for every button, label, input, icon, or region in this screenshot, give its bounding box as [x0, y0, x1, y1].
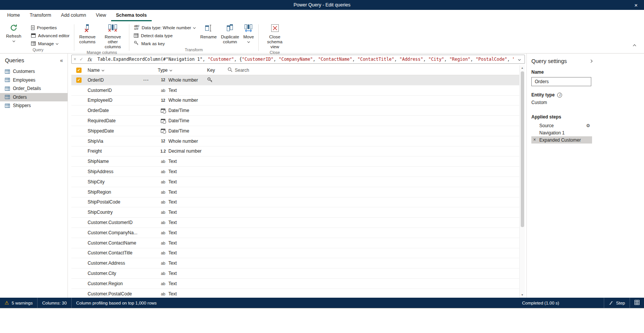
expand-formula-bar-button[interactable] [514, 58, 525, 60]
key-icon [206, 77, 228, 83]
row-checkbox[interactable]: ✓ [76, 77, 82, 83]
schema-row-orderid[interactable]: ✓OrderID···12Whole number [71, 75, 519, 85]
info-icon[interactable]: i [557, 93, 562, 98]
delete-step-icon[interactable]: × [533, 136, 536, 144]
scroll-up-icon[interactable]: ▲ [521, 65, 524, 71]
type-ab-icon: ab [158, 241, 168, 245]
select-all-checkbox[interactable]: ✓ [76, 68, 82, 73]
mark-as-key-label: Mark as key [141, 41, 165, 46]
tab-schema-tools[interactable]: Schema tools [111, 10, 152, 21]
warning-icon: ⚠ [5, 300, 9, 306]
profiling-status[interactable]: Column profiling based on top 1,000 rows [72, 298, 161, 308]
schema-row-customerid[interactable]: CustomerIDabText [71, 85, 519, 96]
query-name-input[interactable] [531, 77, 591, 86]
duplicate-column-button[interactable]: Duplicate column [219, 22, 241, 45]
schema-row-shipcity[interactable]: ShipCityabText [71, 177, 519, 187]
applied-step-navigation-1[interactable]: Navigation 1 [531, 129, 592, 136]
tab-home[interactable]: Home [2, 10, 25, 21]
remove-columns-button[interactable]: Remove columns [76, 22, 98, 45]
queries-panel: Queries « CustomersEmployeesOrder_Detail… [0, 54, 68, 298]
query-item-shippers[interactable]: Shippers [0, 101, 68, 110]
detect-data-type-button[interactable]: Detect data type [131, 32, 198, 39]
vertical-scrollbar[interactable]: ▲ ▼ [519, 65, 525, 298]
advanced-editor-button[interactable]: Advanced editor [28, 32, 72, 39]
scrollbar-thumb[interactable] [521, 71, 524, 227]
schema-row-shippostalcode[interactable]: ShipPostalCodeabText [71, 197, 519, 208]
collapse-queries-icon[interactable]: « [60, 58, 63, 63]
query-label: Employees [13, 77, 35, 83]
search-input[interactable]: Search [228, 67, 519, 73]
completed-status: Completed (1.00 s) [518, 298, 564, 308]
schema-row-requireddate[interactable]: RequiredDateDate/Time [71, 116, 519, 126]
header-name-label: Name [88, 68, 100, 73]
schema-row-freight[interactable]: Freight1.2Decimal number [71, 147, 519, 157]
remove-other-columns-label: Remove other columns [101, 35, 125, 49]
remove-other-columns-button[interactable]: Remove other columns [98, 22, 127, 50]
formula-accept-icon[interactable]: ✓ [78, 57, 85, 62]
close-schema-view-icon [271, 24, 279, 33]
query-item-order-details[interactable]: Order_Details [0, 84, 68, 93]
query-settings-title: Query settings [531, 58, 567, 64]
collapse-settings-icon[interactable] [589, 60, 592, 63]
query-item-employees[interactable]: Employees [0, 76, 68, 85]
schema-row-customer-region[interactable]: Customer.RegionabText [71, 279, 519, 289]
schema-row-shippeddate[interactable]: ShippedDateDate/Time [71, 126, 519, 136]
close-window-icon[interactable]: × [628, 0, 644, 10]
schema-row-shipcountry[interactable]: ShipCountryabText [71, 207, 519, 218]
schema-row-customer-contacttitle[interactable]: Customer.ContactTitleabText [71, 248, 519, 259]
tab-add-column[interactable]: Add column [56, 10, 91, 21]
applied-steps-label: Applied steps [531, 114, 592, 120]
applied-step-source[interactable]: Source⚙ [531, 122, 592, 129]
move-button[interactable]: Move [241, 22, 256, 43]
schema-row-customer-city[interactable]: Customer.CityabText [71, 268, 519, 279]
detect-data-type-label: Detect data type [141, 33, 173, 38]
mark-as-key-button[interactable]: Mark as key [131, 39, 198, 47]
properties-button[interactable]: Properties [28, 24, 72, 32]
ribbon-group-manage-columns: Remove columns Remove other columns Mana… [76, 22, 127, 53]
formula-cancel-icon[interactable]: × [72, 57, 78, 62]
schema-row-shipregion[interactable]: ShipRegionabText [71, 187, 519, 197]
schema-row-shipvia[interactable]: ShipVia12Whole number [71, 136, 519, 147]
formula-text[interactable]: Table.ExpandRecordColumn(#"Navigation 1"… [94, 57, 514, 62]
collapse-ribbon-button[interactable] [632, 40, 637, 50]
header-type[interactable]: Type [158, 68, 206, 73]
step-label: Source [539, 123, 554, 128]
row-more-options-icon[interactable]: ··· [143, 77, 158, 83]
tab-view[interactable]: View [91, 10, 111, 21]
column-name: RequiredDate [88, 118, 143, 123]
schema-row-shipname[interactable]: ShipNameabText [71, 156, 519, 167]
scroll-down-icon[interactable]: ▼ [521, 292, 524, 298]
table-icon [5, 95, 10, 99]
close-schema-view-button[interactable]: Close schema view [261, 22, 289, 50]
data-type-button[interactable]: ABC123 Data type: Whole number [131, 24, 198, 32]
formula-bar: × ✓ fx Table.ExpandRecordColumn(#"Naviga… [71, 55, 525, 64]
chevron-down-icon [56, 42, 58, 45]
query-item-customers[interactable]: Customers [0, 67, 68, 76]
manage-label: Manage [38, 41, 54, 46]
type-ab-icon: ab [158, 220, 168, 225]
remove-other-columns-icon [108, 24, 117, 33]
schema-row-shipaddress[interactable]: ShipAddressabText [71, 167, 519, 177]
column-name: ShipCity [88, 179, 143, 185]
applied-step-expanded-customer[interactable]: ×Expanded Customer [531, 136, 592, 144]
schema-row-customer-address[interactable]: Customer.AddressabText [71, 258, 519, 268]
query-item-orders[interactable]: Orders [0, 93, 68, 102]
column-type: Whole number [168, 98, 206, 103]
step-settings-gear-icon[interactable]: ⚙ [586, 123, 592, 128]
schema-row-employeeid[interactable]: EmployeeID12Whole number [71, 96, 519, 106]
step-button[interactable]: Step [604, 298, 630, 308]
manage-button[interactable]: Manage [28, 39, 72, 47]
schema-row-customer-contactname[interactable]: Customer.ContactNameabText [71, 238, 519, 248]
tab-transform[interactable]: Transform [25, 10, 56, 21]
warnings-status[interactable]: ⚠ 5 warnings [0, 298, 37, 308]
schema-row-customer-postalcode[interactable]: Customer.PostalCodeabText [71, 289, 519, 298]
column-name: Customer.ContactTitle [88, 250, 143, 256]
refresh-button[interactable]: Refresh [4, 22, 24, 43]
rename-button[interactable]: Rename [198, 22, 219, 40]
data-view-button[interactable] [630, 298, 644, 308]
schema-row-orderdate[interactable]: OrderDateDate/Time [71, 106, 519, 116]
schema-row-customer-companyna[interactable]: Customer.CompanyNa...abText [71, 228, 519, 238]
header-name[interactable]: Name [88, 68, 158, 73]
type-ab-icon: ab [158, 180, 168, 184]
schema-row-customer-customerid[interactable]: Customer.CustomerIDabText [71, 218, 519, 228]
